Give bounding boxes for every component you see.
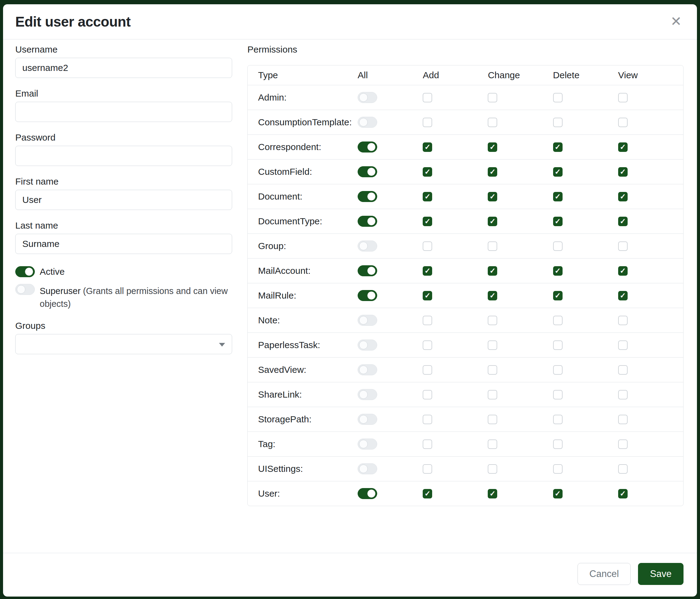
- permission-checkbox-view[interactable]: [618, 266, 628, 275]
- permission-all-toggle[interactable]: [358, 315, 377, 326]
- permission-checkbox-delete[interactable]: [553, 142, 562, 152]
- permission-all-toggle[interactable]: [358, 142, 377, 152]
- permission-checkbox-add[interactable]: [423, 93, 432, 102]
- permission-all-toggle[interactable]: [358, 265, 377, 276]
- permission-checkbox-add[interactable]: [423, 439, 432, 449]
- permission-checkbox-change[interactable]: [488, 142, 497, 152]
- permission-checkbox-add[interactable]: [423, 217, 432, 226]
- permission-checkbox-delete[interactable]: [553, 489, 562, 499]
- permission-checkbox-view[interactable]: [618, 439, 628, 449]
- permission-all-toggle[interactable]: [358, 414, 377, 425]
- permission-checkbox-delete[interactable]: [553, 291, 562, 301]
- cancel-button[interactable]: Cancel: [577, 563, 631, 585]
- permission-all-toggle[interactable]: [358, 463, 377, 474]
- permission-type-label: Admin:: [248, 92, 358, 103]
- last-name-input[interactable]: [15, 234, 232, 254]
- permission-all-toggle[interactable]: [358, 92, 377, 103]
- permission-all-toggle[interactable]: [358, 117, 377, 128]
- permission-checkbox-view[interactable]: [618, 217, 628, 226]
- permission-checkbox-change[interactable]: [488, 316, 497, 325]
- permission-all-toggle[interactable]: [358, 166, 377, 177]
- permission-checkbox-add[interactable]: [423, 340, 432, 350]
- active-toggle[interactable]: [15, 266, 35, 277]
- permission-checkbox-change[interactable]: [488, 93, 497, 102]
- permission-checkbox-add[interactable]: [423, 118, 432, 127]
- permission-all-toggle[interactable]: [358, 241, 377, 251]
- permission-checkbox-change[interactable]: [488, 167, 497, 177]
- permission-checkbox-delete[interactable]: [553, 93, 562, 102]
- permission-row: Group:: [248, 234, 683, 258]
- permission-checkbox-change[interactable]: [488, 464, 497, 474]
- permission-checkbox-change[interactable]: [488, 439, 497, 449]
- first-name-input[interactable]: [15, 190, 232, 210]
- permission-checkbox-add[interactable]: [423, 316, 432, 325]
- permission-type-label: MailAccount:: [248, 266, 358, 276]
- permission-checkbox-add[interactable]: [423, 464, 432, 474]
- permission-all-toggle[interactable]: [358, 290, 377, 301]
- permission-checkbox-delete[interactable]: [553, 316, 562, 325]
- permission-checkbox-change[interactable]: [488, 415, 497, 424]
- username-input[interactable]: [15, 58, 232, 78]
- permission-checkbox-change[interactable]: [488, 340, 497, 350]
- close-icon[interactable]: ✕: [669, 14, 683, 29]
- permission-all-toggle[interactable]: [358, 216, 377, 227]
- permission-checkbox-delete[interactable]: [553, 340, 562, 350]
- permission-all-toggle[interactable]: [358, 191, 377, 202]
- permission-checkbox-add[interactable]: [423, 142, 432, 152]
- permission-checkbox-add[interactable]: [423, 390, 432, 400]
- permission-checkbox-change[interactable]: [488, 241, 497, 251]
- permission-checkbox-add[interactable]: [423, 415, 432, 424]
- permission-checkbox-change[interactable]: [488, 192, 497, 201]
- permission-all-toggle[interactable]: [358, 389, 377, 400]
- permission-checkbox-delete[interactable]: [553, 390, 562, 400]
- permission-checkbox-change[interactable]: [488, 118, 497, 127]
- permission-all-toggle[interactable]: [358, 339, 377, 351]
- permission-checkbox-view[interactable]: [618, 118, 628, 127]
- permission-checkbox-add[interactable]: [423, 489, 432, 499]
- permission-checkbox-view[interactable]: [618, 489, 628, 499]
- permission-checkbox-view[interactable]: [618, 291, 628, 301]
- permission-checkbox-change[interactable]: [488, 365, 497, 375]
- permission-checkbox-delete[interactable]: [553, 167, 562, 177]
- permission-checkbox-view[interactable]: [618, 241, 628, 251]
- permission-checkbox-delete[interactable]: [553, 365, 562, 375]
- permission-checkbox-change[interactable]: [488, 217, 497, 226]
- save-button[interactable]: Save: [638, 563, 683, 585]
- permission-checkbox-delete[interactable]: [553, 192, 562, 201]
- permission-all-toggle[interactable]: [358, 488, 377, 499]
- permission-checkbox-view[interactable]: [618, 464, 628, 474]
- superuser-toggle[interactable]: [15, 284, 35, 295]
- permission-all-toggle[interactable]: [358, 364, 377, 375]
- permission-checkbox-add[interactable]: [423, 291, 432, 301]
- permission-checkbox-change[interactable]: [488, 266, 497, 275]
- permission-checkbox-view[interactable]: [618, 192, 628, 201]
- permission-checkbox-delete[interactable]: [553, 241, 562, 251]
- permission-checkbox-view[interactable]: [618, 340, 628, 350]
- password-input[interactable]: [15, 146, 232, 166]
- groups-select[interactable]: [15, 334, 232, 354]
- permission-checkbox-delete[interactable]: [553, 439, 562, 449]
- permission-checkbox-view[interactable]: [618, 390, 628, 400]
- permission-checkbox-view[interactable]: [618, 167, 628, 177]
- permission-checkbox-change[interactable]: [488, 390, 497, 400]
- permission-checkbox-delete[interactable]: [553, 415, 562, 424]
- permission-checkbox-add[interactable]: [423, 192, 432, 201]
- permission-checkbox-view[interactable]: [618, 415, 628, 424]
- email-input[interactable]: [15, 102, 232, 122]
- permission-checkbox-add[interactable]: [423, 266, 432, 275]
- permission-checkbox-delete[interactable]: [553, 217, 562, 226]
- permission-checkbox-delete[interactable]: [553, 118, 562, 127]
- first-name-group: First name: [15, 176, 232, 210]
- permission-checkbox-add[interactable]: [423, 241, 432, 251]
- permission-checkbox-add[interactable]: [423, 365, 432, 375]
- permission-checkbox-view[interactable]: [618, 316, 628, 325]
- permission-checkbox-delete[interactable]: [553, 464, 562, 474]
- permission-checkbox-change[interactable]: [488, 291, 497, 301]
- permission-checkbox-view[interactable]: [618, 142, 628, 152]
- permission-checkbox-view[interactable]: [618, 93, 628, 102]
- permission-checkbox-delete[interactable]: [553, 266, 562, 275]
- permission-checkbox-view[interactable]: [618, 365, 628, 375]
- permission-all-toggle[interactable]: [358, 438, 377, 450]
- permission-checkbox-change[interactable]: [488, 489, 497, 499]
- permission-checkbox-add[interactable]: [423, 167, 432, 177]
